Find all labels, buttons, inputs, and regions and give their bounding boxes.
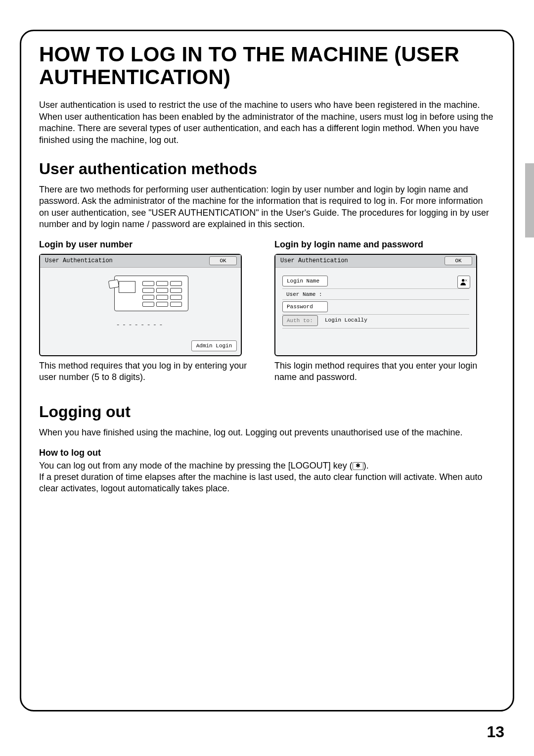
method-user-number: Login by user number User Authentication… — [39, 239, 260, 383]
ok-button[interactable]: OK — [445, 256, 472, 265]
keypad-illustration — [99, 272, 193, 316]
section-auth-methods-body: There are two methods for performing use… — [39, 184, 495, 231]
side-tab — [525, 163, 534, 237]
panel-user-number-header: User Authentication OK — [40, 255, 241, 268]
page-number: 13 — [487, 723, 504, 741]
methods-row: Login by user number User Authentication… — [39, 239, 495, 383]
auth-to-button[interactable]: Auth to: — [282, 315, 318, 326]
how-to-log-out-subhead: How to log out — [39, 448, 495, 458]
user-name-label: User Name : — [286, 291, 322, 297]
svg-point-0 — [462, 279, 464, 282]
logout-key-icon: ✱ — [353, 462, 363, 470]
user-select-button[interactable] — [457, 276, 470, 288]
user-icon — [460, 278, 468, 286]
logout-para-1b: ). — [363, 461, 369, 471]
method-user-number-title: Login by user number — [39, 239, 260, 250]
ok-button[interactable]: OK — [209, 256, 237, 265]
auth-to-value: Login Locally — [325, 317, 367, 323]
method-user-number-caption: This method requires that you log in by … — [39, 360, 260, 383]
user-number-placeholder: -------- — [40, 321, 241, 329]
password-button[interactable]: Password — [282, 301, 328, 312]
login-name-button[interactable]: Login Name — [282, 276, 328, 286]
panel-login-name-header: User Authentication OK — [275, 255, 476, 268]
logout-para-1a: You can log out from any mode of the mac… — [39, 461, 353, 471]
admin-login-button[interactable]: Admin Login — [191, 340, 237, 351]
section-logging-out-body: When you have finished using the machine… — [39, 427, 495, 438]
panel-user-number: User Authentication OK -------- — [39, 254, 242, 356]
section-auth-methods-heading: User authentication methods — [39, 160, 495, 178]
how-to-log-out-body: You can log out from any mode of the mac… — [39, 460, 495, 495]
method-login-name-caption: This login method requires that you ente… — [274, 360, 495, 383]
intro-paragraph: User authentication is used to restrict … — [39, 99, 495, 146]
page-frame: HOW TO LOG IN TO THE MACHINE (USER AUTHE… — [20, 30, 514, 711]
section-logging-out-heading: Logging out — [39, 403, 495, 421]
page-title: HOW TO LOG IN TO THE MACHINE (USER AUTHE… — [39, 43, 495, 89]
panel-login-name: User Authentication OK Login Name User N… — [274, 254, 477, 356]
method-login-name-title: Login by login name and password — [274, 239, 495, 250]
logout-para-2: If a preset duration of time elapses aft… — [39, 472, 482, 493]
method-login-name: Login by login name and password User Au… — [274, 239, 495, 383]
panel-user-number-header-label: User Authentication — [45, 257, 113, 264]
panel-login-name-header-label: User Authentication — [280, 257, 348, 264]
